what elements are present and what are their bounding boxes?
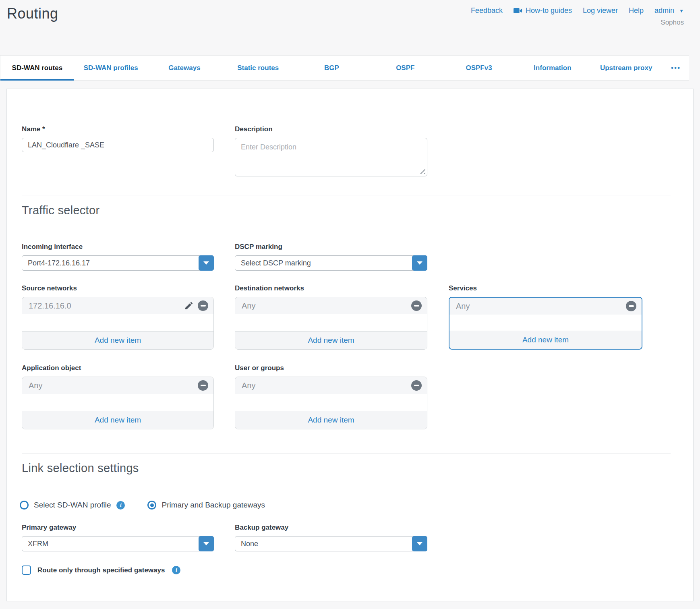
feedback-link[interactable]: Feedback — [471, 6, 503, 15]
description-textarea[interactable] — [235, 138, 427, 176]
traffic-selector-heading: Traffic selector — [22, 204, 99, 217]
dscp-marking-select[interactable]: Select DSCP marking — [235, 255, 427, 271]
list-item-text: Any — [242, 381, 255, 390]
services-group: Services Any Add new item — [449, 284, 642, 350]
radio-label: Select SD-WAN profile — [34, 501, 111, 510]
application-object-label: Application object — [22, 364, 214, 372]
add-new-item-button[interactable]: Add new item — [22, 331, 213, 349]
primary-gateway-select[interactable]: XFRM — [22, 536, 214, 551]
tab-bar: SD-WAN routes SD-WAN profiles Gateways S… — [0, 55, 689, 81]
list-item-text: Any — [242, 301, 255, 311]
help-link[interactable]: Help — [629, 6, 644, 15]
add-new-item-button[interactable]: Add new item — [449, 331, 642, 349]
info-icon[interactable]: i — [172, 566, 180, 574]
add-new-item-button[interactable]: Add new item — [235, 331, 427, 349]
radio-icon-selected — [147, 501, 156, 510]
primary-gateway-group: Primary gateway XFRM — [22, 524, 214, 551]
incoming-interface-group: Incoming interface Port4-172.16.16.17 — [22, 243, 214, 271]
log-viewer-link[interactable]: Log viewer — [583, 6, 618, 15]
more-tabs-button[interactable]: ••• — [663, 56, 689, 80]
incoming-interface-value: Port4-172.16.16.17 — [28, 259, 90, 267]
list-body — [449, 315, 642, 331]
radio-primary-backup-gateways[interactable]: Primary and Backup gateways — [147, 501, 265, 510]
remove-item-icon[interactable] — [198, 300, 208, 311]
edit-pencil-icon[interactable] — [184, 301, 194, 311]
remove-item-icon[interactable] — [626, 301, 636, 311]
list-item: Any — [22, 377, 213, 394]
backup-gateway-group: Backup gateway None — [235, 524, 427, 551]
brand-text: Sophos — [661, 19, 684, 27]
chevron-down-icon — [417, 542, 422, 545]
description-field-group: Description — [235, 125, 427, 178]
list-item-text: Any — [456, 302, 470, 311]
add-new-item-button[interactable]: Add new item — [22, 411, 213, 429]
list-item: Any — [235, 297, 427, 314]
chevron-down-icon: ▼ — [679, 8, 684, 14]
list-item: Any — [449, 298, 642, 315]
content-panel: Name * Description Traffic selector Inco… — [6, 89, 694, 601]
link-selection-heading: Link selection settings — [22, 462, 139, 475]
tab-sdwan-routes[interactable]: SD-WAN routes — [0, 56, 74, 80]
incoming-interface-select[interactable]: Port4-172.16.16.17 — [22, 255, 214, 271]
list-body — [235, 394, 427, 411]
incoming-interface-label: Incoming interface — [22, 243, 214, 251]
tab-sdwan-profiles[interactable]: SD-WAN profiles — [74, 56, 148, 80]
primary-gateway-value: XFRM — [28, 540, 48, 548]
destination-networks-group: Destination networks Any Add new item — [235, 284, 427, 350]
user-or-groups-listbox: Any Add new item — [235, 377, 427, 429]
dscp-marking-value: Select DSCP marking — [241, 259, 311, 267]
user-or-groups-label: User or groups — [235, 364, 427, 372]
name-input[interactable] — [22, 138, 214, 152]
tab-information[interactable]: Information — [516, 56, 589, 80]
tab-ospf[interactable]: OSPF — [369, 56, 442, 80]
services-label: Services — [449, 284, 642, 292]
application-object-group: Application object Any Add new item — [22, 364, 214, 429]
source-networks-listbox: 172.16.16.0 Add new item — [22, 297, 214, 350]
route-only-checkbox[interactable] — [22, 566, 31, 575]
page-title: Routing — [7, 5, 58, 22]
application-object-listbox: Any Add new item — [22, 377, 214, 429]
admin-menu[interactable]: admin ▼ — [654, 6, 684, 15]
info-icon[interactable]: i — [116, 501, 125, 510]
radio-select-sdwan-profile[interactable]: Select SD-WAN profile — [20, 501, 111, 510]
backup-gateway-label: Backup gateway — [235, 524, 427, 532]
remove-item-icon[interactable] — [198, 380, 208, 391]
source-networks-group: Source networks 172.16.16.0 Add new item — [22, 284, 214, 350]
videocam-icon — [514, 8, 522, 14]
destination-networks-label: Destination networks — [235, 284, 427, 292]
admin-menu-label: admin — [654, 6, 674, 15]
user-or-groups-group: User or groups Any Add new item — [235, 364, 427, 429]
dropdown-arrow-button[interactable] — [199, 536, 214, 551]
log-viewer-label: Log viewer — [583, 6, 618, 15]
radio-label: Primary and Backup gateways — [162, 501, 265, 510]
source-networks-label: Source networks — [22, 284, 214, 292]
divider — [22, 195, 671, 195]
tab-static-routes[interactable]: Static routes — [221, 56, 295, 80]
howto-guides-link[interactable]: How-to guides — [514, 6, 572, 15]
tab-bgp[interactable]: BGP — [295, 56, 369, 80]
description-label: Description — [235, 125, 427, 133]
list-body — [22, 394, 213, 411]
dropdown-arrow-button[interactable] — [412, 255, 427, 271]
tab-gateways[interactable]: Gateways — [148, 56, 222, 80]
tab-upstream-proxy[interactable]: Upstream proxy — [589, 56, 663, 80]
dropdown-arrow-button[interactable] — [199, 255, 214, 271]
primary-gateway-label: Primary gateway — [22, 524, 214, 532]
dscp-marking-label: DSCP marking — [235, 243, 427, 251]
chevron-down-icon — [417, 261, 422, 265]
remove-item-icon[interactable] — [411, 380, 422, 391]
chevron-down-icon — [203, 542, 209, 545]
destination-networks-listbox: Any Add new item — [235, 297, 427, 350]
name-label: Name * — [22, 125, 214, 133]
add-new-item-button[interactable]: Add new item — [235, 411, 427, 429]
name-field-group: Name * — [22, 125, 214, 152]
help-label: Help — [629, 6, 644, 15]
route-only-row: Route only through specified gateways i — [22, 566, 180, 575]
chevron-down-icon — [203, 261, 209, 265]
app-header: Routing Feedback How-to guides Log viewe… — [0, 0, 700, 55]
list-item: 172.16.16.0 — [22, 297, 213, 314]
remove-item-icon[interactable] — [411, 300, 422, 311]
dropdown-arrow-button[interactable] — [412, 536, 427, 551]
tab-ospfv3[interactable]: OSPFv3 — [442, 56, 516, 80]
backup-gateway-select[interactable]: None — [235, 536, 427, 551]
